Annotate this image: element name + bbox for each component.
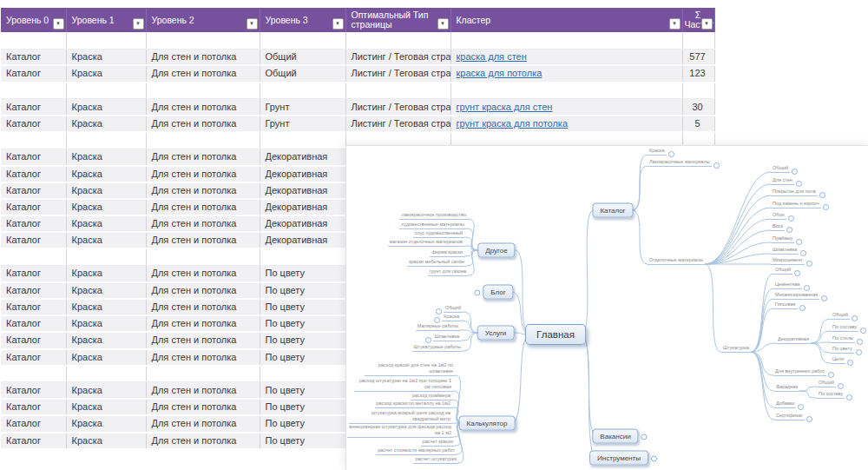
collapse-badge[interactable] [796,181,802,187]
filter-dropdown-icon[interactable]: ▼ [247,18,258,30]
cell: Краска [66,349,146,366]
filter-dropdown-icon[interactable]: ▼ [701,18,713,30]
cell [66,366,146,382]
mindmap-topic-f1[interactable]: Общий [817,380,836,387]
mindmap-topic-s4[interactable]: Гипсовая [773,301,798,309]
mindmap-topic-k6[interactable]: венецианская штукатурка для фасада расхо… [347,424,453,438]
mindmap-topic-k3[interactable]: расход праймера [411,393,452,400]
cell: Каталог [1,166,66,182]
mindmap-topic-shtuk[interactable]: Штукатурка [721,345,751,353]
mindmap-topic-k4[interactable]: расход краски по металлу на 1м2 [375,400,452,408]
cluster-link[interactable]: краска для потолка [457,68,542,78]
mindmap-topic-d1[interactable]: лакокрасочное производство [399,212,468,220]
mindmap-topic-o7[interactable]: Праймер [771,235,794,243]
collapse-badge[interactable] [806,261,812,267]
mindmap-topic-o9[interactable]: Микроцемент [771,257,805,265]
mindmap-topic-s1[interactable]: Общий [773,267,792,275]
mindmap-topic-blog[interactable]: Блог [483,285,513,300]
collapse-badge[interactable] [828,372,834,378]
collapse-badge[interactable] [823,204,829,210]
collapse-badge[interactable] [668,151,674,157]
mindmap-topic-s5[interactable]: Для внутренних работ [773,368,826,376]
mindmap-topic-kalk[interactable]: Калькулятор [459,416,516,431]
collapse-badge[interactable] [788,215,794,222]
cluster-link[interactable]: грунт краска для стен [457,102,553,112]
filter-dropdown-icon[interactable]: ▼ [53,18,64,30]
mindmap-topic-o1[interactable]: Общий [771,165,790,173]
mindmap-topic-dk3[interactable]: По стилю [831,335,855,343]
mindmap-topic-s6[interactable]: Добавки [774,400,796,408]
collapse-badge[interactable] [804,285,810,291]
mindmap-topic-f2[interactable]: По составу [817,391,845,399]
mindmap-topic-c1[interactable]: Краска [648,148,667,156]
mindmap-topic-s2[interactable]: Цементная [773,281,802,289]
mindmap-topic-o8[interactable]: Шпаклевка [771,247,799,255]
mindmap-topic-d5[interactable]: фирма краски [430,249,464,257]
mindmap-topic-k9[interactable]: расчет штукатурки [413,456,458,464]
collapse-badge[interactable] [651,455,657,461]
collapse-badge[interactable] [819,192,825,198]
cluster-link[interactable]: краска для стен [457,51,527,62]
collapse-badge[interactable] [436,308,442,314]
column-header-3: Уровень 3▼ [260,8,345,32]
collapse-badge[interactable] [434,317,440,323]
mindmap-topic-dekor[interactable]: Декоративная [776,336,811,344]
mindmap-topic-k8[interactable]: расчет стоимости малярных работ [376,447,457,455]
mindmap-topic-o3[interactable]: Покрытие для пола [771,189,818,196]
collapse-badge[interactable] [474,289,480,295]
mindmap-topic-vakansii[interactable]: Вакансии [592,429,638,444]
cell: Каталог [1,349,66,366]
mindmap-topic-d7[interactable]: грунт для газона [428,268,468,276]
collapse-badge[interactable] [641,434,648,440]
filter-dropdown-icon[interactable]: ▼ [332,18,344,30]
collapse-badge[interactable] [425,337,431,343]
cell: Для стен и потолка [146,349,260,366]
mindmap-topic-drugoe[interactable]: Другое [477,243,515,258]
mindmap-topic-u5[interactable]: Штукатурные работы [412,344,463,352]
mindmap-topic-k5[interactable]: штукатурка мокрый шелк расход на квадрат… [349,410,452,424]
mindmap-topic-otdel[interactable]: Отделочные материалы [648,257,705,265]
filter-dropdown-icon[interactable]: ▼ [437,18,449,30]
mindmap-topic-u2[interactable]: Краска [442,314,461,321]
mindmap-topic-d4[interactable]: магазин отделочных материалов [388,239,464,247]
mindmap-topic-fasad[interactable]: Фасадная [774,384,799,392]
mindmap-topic-s7[interactable]: Сертификат [774,413,805,420]
spacer-row [1,83,714,99]
collapse-badge[interactable] [713,162,720,169]
collapse-badge[interactable] [786,227,792,233]
mindmap-topic-u3[interactable]: Малярные работы [416,323,460,331]
mindmap-topic-k7[interactable]: расчет краски [421,439,455,447]
collapse-badge[interactable] [799,305,806,311]
mindmap-topic-katalog[interactable]: Каталог [592,203,633,218]
mindmap-topic-d2[interactable]: художественные материалы [399,222,466,229]
collapse-badge[interactable] [856,349,862,355]
mindmap-topic-o4[interactable]: Под камень и кирпич [771,201,821,209]
mindmap-topic-u1[interactable]: Общий [444,305,463,313]
filter-dropdown-icon[interactable]: ▼ [133,18,144,30]
filter-dropdown-icon[interactable]: ▼ [669,18,681,30]
cell: Листинг / Теговая страница [345,49,450,65]
mindmap-topic-dk4[interactable]: По цвету [831,346,854,354]
mindmap-topic-s3[interactable]: Механизированная [773,292,819,300]
mindmap-topic-o2[interactable]: Для стен [771,177,794,185]
cell [146,32,260,49]
mindmap-topic-dk5[interactable]: Цели [831,356,845,364]
mindmap-topic-o5[interactable]: Обои [771,212,786,220]
mindmap-topic-k2[interactable]: расход штукатурки на 1м2 при толщине 1 с… [354,378,453,392]
cluster-link[interactable]: грунт краска для потолка [457,118,569,129]
mindmap-topic-dk1[interactable]: Общий [831,312,850,320]
mindmap-topic-glavnaya[interactable]: Главная [525,324,586,345]
mindmap-topic-o6[interactable]: Воск [771,223,785,231]
cell: Каталог [1,382,66,399]
cell: Декоративная [260,166,345,182]
mindmap-topic-instr[interactable]: Инструменты [589,451,648,466]
mindmap-topic-u4[interactable]: Шпаклевка [433,334,461,341]
mindmap-topic-k1[interactable]: расход краски для стен на 1м2 по шпаклев… [365,362,455,376]
mindmap-topic-d3[interactable]: соус художественный [413,230,464,238]
mindmap-topic-c2[interactable]: Лакокрасочные материалы [648,159,712,167]
mindmap-topic-dk2[interactable]: По составу [831,324,858,332]
mindmap-topic-uslugi[interactable]: Услуги [477,326,515,341]
cell: Краска [66,232,146,248]
collapse-badge[interactable] [796,239,802,245]
mindmap-topic-d6[interactable]: краски мебельный салон [407,259,466,267]
